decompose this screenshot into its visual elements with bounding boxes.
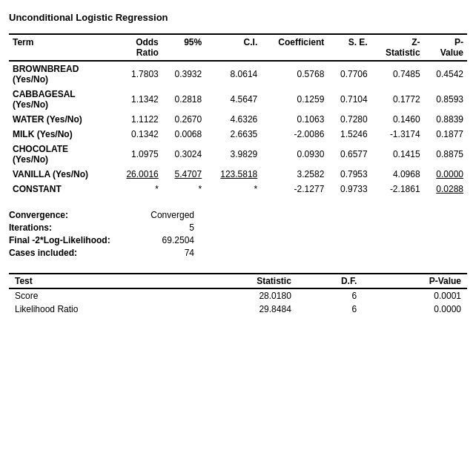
cases-row: Cases included: 74	[9, 248, 467, 258]
cell-ci-high: 3.9829	[205, 142, 261, 167]
cell-odds-ratio: *	[113, 182, 162, 197]
table-row: WATER (Yes/No)1.11220.26704.63260.10630.…	[9, 112, 467, 127]
table-row: MILK (Yes/No)0.13420.00682.6635-2.00861.…	[9, 127, 467, 142]
col-header-term: Term	[9, 34, 113, 61]
test-table-header-row: Test Statistic D.F. P-Value	[9, 274, 467, 288]
cases-value: 74	[135, 248, 194, 258]
cell-odds-ratio: 0.1342	[113, 127, 162, 142]
test-table: Test Statistic D.F. P-Value Score28.0180…	[9, 273, 467, 316]
log-likelihood-row: Final -2*Log-Likelihood: 69.2504	[9, 235, 467, 245]
cell-test-statistic: 28.0180	[187, 288, 297, 303]
iterations-label: Iterations:	[9, 222, 135, 233]
cell-coefficient: 0.0930	[261, 142, 328, 167]
cell-se: 0.7706	[328, 61, 371, 87]
cell-coefficient: 0.1259	[261, 87, 328, 112]
cell-z-statistic: 0.7485	[371, 61, 424, 87]
cell-odds-ratio: 1.7803	[113, 61, 162, 87]
cell-se: 0.6577	[328, 142, 371, 167]
table-header-row: Term OddsRatio 95% C.I. Coefficient S. E…	[9, 34, 467, 61]
cell-odds-ratio: 1.1122	[113, 112, 162, 127]
convergence-value: Converged	[135, 210, 194, 220]
cell-ci-low: *	[162, 182, 205, 197]
stats-section: Convergence: Converged Iterations: 5 Fin…	[9, 210, 467, 258]
cell-ci-low: 0.0068	[162, 127, 205, 142]
cell-ci-low: 5.4707	[162, 167, 205, 182]
cell-term: WATER (Yes/No)	[9, 112, 113, 127]
log-likelihood-label: Final -2*Log-Likelihood:	[9, 235, 135, 245]
cell-se: 0.7953	[328, 167, 371, 182]
cell-z-statistic: 0.1415	[371, 142, 424, 167]
cell-ci-low: 0.2818	[162, 87, 205, 112]
col-header-se: S. E.	[328, 34, 371, 61]
cell-se: 0.7104	[328, 87, 371, 112]
col-header-p-value: P-Value	[424, 34, 467, 61]
col-header-coefficient: Coefficient	[261, 34, 328, 61]
cell-z-statistic: -2.1861	[371, 182, 424, 197]
col-header-z-statistic: Z-Statistic	[371, 34, 424, 61]
cell-term: CONSTANT	[9, 182, 113, 197]
cell-ci-high: 123.5818	[205, 167, 261, 182]
col-header-95: 95%	[162, 34, 205, 61]
cell-test-pvalue: 0.0001	[363, 288, 467, 303]
cell-test-df: 6	[297, 288, 363, 303]
cell-ci-low: 0.3024	[162, 142, 205, 167]
cell-se: 1.5246	[328, 127, 371, 142]
cell-z-statistic: -1.3174	[371, 127, 424, 142]
cell-term: CABBAGESAL(Yes/No)	[9, 87, 113, 112]
cell-p-value: 0.0000	[424, 167, 467, 182]
cell-p-value: 0.1877	[424, 127, 467, 142]
iterations-value: 5	[135, 222, 194, 233]
cell-p-value: 0.8839	[424, 112, 467, 127]
cell-ci-low: 0.2670	[162, 112, 205, 127]
table-row: VANILLA (Yes/No)26.00165.4707123.58183.2…	[9, 167, 467, 182]
cell-term: VANILLA (Yes/No)	[9, 167, 113, 182]
cell-ci-high: 4.6326	[205, 112, 261, 127]
table-row: BROWNBREAD(Yes/No)1.78030.39328.06140.57…	[9, 61, 467, 87]
cell-p-value: 0.8875	[424, 142, 467, 167]
cell-test-name: Score	[9, 288, 187, 303]
cell-se: 0.7280	[328, 112, 371, 127]
regression-table: Term OddsRatio 95% C.I. Coefficient S. E…	[9, 33, 467, 197]
iterations-row: Iterations: 5	[9, 222, 467, 233]
cell-p-value: 0.8593	[424, 87, 467, 112]
cell-se: 0.9733	[328, 182, 371, 197]
cell-term: CHOCOLATE(Yes/No)	[9, 142, 113, 167]
col-header-ci: C.I.	[205, 34, 261, 61]
test-table-row: Score28.018060.0001	[9, 288, 467, 303]
cell-coefficient: 0.1063	[261, 112, 328, 127]
test-col-statistic: Statistic	[187, 274, 297, 288]
cell-z-statistic: 0.1460	[371, 112, 424, 127]
convergence-row: Convergence: Converged	[9, 210, 467, 220]
cell-term: MILK (Yes/No)	[9, 127, 113, 142]
cell-coefficient: -2.1277	[261, 182, 328, 197]
convergence-label: Convergence:	[9, 210, 135, 220]
test-col-test: Test	[9, 274, 187, 288]
cell-p-value: 0.4542	[424, 61, 467, 87]
test-col-pvalue: P-Value	[363, 274, 467, 288]
table-row: CONSTANT***-2.12770.9733-2.18610.0288	[9, 182, 467, 197]
page-title: Unconditional Logistic Regression	[9, 12, 467, 23]
table-row: CHOCOLATE(Yes/No)1.09750.30243.98290.093…	[9, 142, 467, 167]
cell-test-pvalue: 0.0000	[363, 303, 467, 316]
cell-test-statistic: 29.8484	[187, 303, 297, 316]
test-col-df: D.F.	[297, 274, 363, 288]
cell-ci-high: 4.5647	[205, 87, 261, 112]
test-table-row: Likelihood Ratio29.848460.0000	[9, 303, 467, 316]
cell-ci-low: 0.3932	[162, 61, 205, 87]
cell-ci-high: 8.0614	[205, 61, 261, 87]
cell-odds-ratio: 1.0975	[113, 142, 162, 167]
cell-term: BROWNBREAD(Yes/No)	[9, 61, 113, 87]
cell-odds-ratio: 1.1342	[113, 87, 162, 112]
cell-coefficient: 0.5768	[261, 61, 328, 87]
table-row: CABBAGESAL(Yes/No)1.13420.28184.56470.12…	[9, 87, 467, 112]
cell-z-statistic: 4.0968	[371, 167, 424, 182]
cell-coefficient: 3.2582	[261, 167, 328, 182]
cell-coefficient: -2.0086	[261, 127, 328, 142]
log-likelihood-value: 69.2504	[135, 235, 194, 245]
cell-ci-high: *	[205, 182, 261, 197]
cell-odds-ratio: 26.0016	[113, 167, 162, 182]
col-header-odds-ratio: OddsRatio	[113, 34, 162, 61]
cell-test-df: 6	[297, 303, 363, 316]
cases-label: Cases included:	[9, 248, 135, 258]
cell-p-value: 0.0288	[424, 182, 467, 197]
